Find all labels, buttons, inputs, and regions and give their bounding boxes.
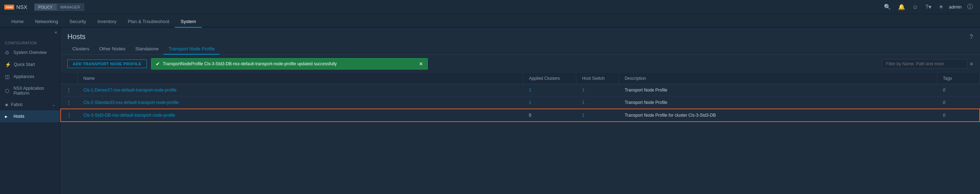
success-close-button[interactable]: ✕ [419, 61, 423, 67]
user-face-icon-btn[interactable]: ☺ [909, 3, 921, 12]
tabs-row: Clusters Other Nodes Standalone Transpor… [60, 44, 980, 55]
col-header-description[interactable]: Description [619, 73, 937, 84]
page-help-icon[interactable]: ? [970, 34, 973, 40]
table-row: ⋮ Cls-1-DenseX7-nsx-default-transport-no… [60, 84, 980, 97]
tab-transport-node-profile[interactable]: Transport Node Profile [164, 44, 220, 55]
nav-home[interactable]: Home [6, 16, 29, 28]
row2-name-link[interactable]: Cls-2-Standard3-nsx-default-transport-no… [83, 100, 179, 105]
sidebar-item-appliances-label: Appliances [13, 74, 34, 79]
fabric-chevron-icon: ⌄ [52, 103, 55, 107]
nsx-app-platform-icon: ⬡ [5, 88, 11, 94]
sidebar-item-hosts-label: Hosts [13, 114, 24, 119]
page-title: Hosts [67, 33, 86, 41]
table-row-highlighted: ⋮ Cls-3-Std3-DB-nsx-default-transport-no… [60, 109, 980, 122]
row2-applied-link[interactable]: 1 [529, 100, 531, 105]
nav-system[interactable]: System [175, 16, 202, 28]
row3-name-link[interactable]: Cls-3-Std3-DB-nsx-default-transport-node… [83, 113, 175, 118]
add-transport-node-profile-button[interactable]: ADD TRANSPORT NODE PROFILE [67, 60, 147, 68]
sidebar-item-system-overview-label: System Overview [13, 50, 46, 55]
sidebar-item-appliances[interactable]: ◫ Appliances [0, 71, 60, 83]
app-name-label: NSX [16, 4, 27, 10]
row2-name-cell: Cls-2-Standard3-nsx-default-transport-no… [78, 97, 523, 109]
row2-menu-cell: ⋮ [60, 97, 78, 109]
nav-security[interactable]: Security [64, 16, 92, 28]
topbar-icons: 🔍 🔔 ☺ ?▾ ☀ [881, 2, 946, 12]
nav-plan[interactable]: Plan & Troubleshoot [122, 16, 175, 28]
row1-dots-menu[interactable]: ⋮ [66, 87, 71, 93]
row1-menu-cell: ⋮ [60, 84, 78, 97]
success-banner: ✔ TransportNodeProfile Cls-3-Std3-DB-nsx… [151, 58, 428, 70]
main-nav: Home Networking Security Inventory Plan … [0, 14, 980, 28]
row1-name-cell: Cls-1-DenseX7-nsx-default-transport-node… [78, 84, 523, 97]
data-table: Name Applied Clusters Host Switch Descri… [60, 73, 980, 122]
fabric-icon: ◈ [5, 102, 8, 107]
filter-area: ≡ [882, 59, 973, 68]
layout: « Configuration ⊙ System Overview ⚡ Quic… [0, 28, 980, 194]
sidebar-item-quick-start-label: Quick Start [14, 62, 35, 67]
policy-button[interactable]: POLICY [34, 3, 56, 11]
help-icon-btn[interactable]: ?▾ [923, 2, 934, 12]
tab-standalone[interactable]: Standalone [130, 44, 164, 55]
success-message: TransportNodeProfile Cls-3-Std3-DB-nsx-d… [163, 61, 337, 66]
row2-tags: 0 [943, 100, 946, 105]
sidebar: « Configuration ⊙ System Overview ⚡ Quic… [0, 28, 60, 194]
logo: vmw NSX [4, 4, 27, 10]
tab-clusters[interactable]: Clusters [67, 44, 94, 55]
row3-name-cell: Cls-3-Std3-DB-nsx-default-transport-node… [78, 109, 523, 122]
filter-input[interactable] [882, 59, 967, 68]
row1-desc-cell: Transport Node Profile [619, 84, 937, 97]
success-check-icon: ✔ [156, 61, 160, 67]
sidebar-collapse-btn[interactable]: « [0, 28, 60, 37]
row1-applied-cell: 1 [523, 84, 576, 97]
tab-other-nodes[interactable]: Other Nodes [94, 44, 130, 55]
row3-applied-value: 0 [529, 113, 531, 118]
col-header-menu [60, 73, 78, 84]
sidebar-item-fabric[interactable]: ◈ Fabric ⌄ [0, 99, 60, 110]
row1-tags: 0 [943, 87, 946, 92]
policy-manager-toggle: POLICY MANAGER [34, 3, 84, 11]
row1-tags-cell: 0 [937, 84, 980, 97]
nav-inventory[interactable]: Inventory [92, 16, 122, 28]
sidebar-item-quick-start[interactable]: ⚡ Quick Start [0, 59, 60, 71]
vmware-icon: vmw [4, 5, 14, 10]
row3-host-cell: 1 [576, 109, 619, 122]
sidebar-item-fabric-label: Fabric [11, 102, 23, 107]
filter-options-icon[interactable]: ≡ [970, 61, 973, 67]
theme-icon-btn[interactable]: ☀ [935, 2, 946, 12]
col-header-host-switch[interactable]: Host Switch [576, 73, 619, 84]
manager-button[interactable]: MANAGER [56, 3, 84, 11]
row1-description: Transport Node Profile [625, 87, 667, 92]
row3-description: Transport Node Profile for cluster Cls-3… [625, 113, 716, 118]
sidebar-item-system-overview[interactable]: ⊙ System Overview [0, 46, 60, 59]
quick-start-icon: ⚡ [5, 62, 11, 67]
nav-networking[interactable]: Networking [29, 16, 64, 28]
system-overview-icon: ⊙ [5, 50, 11, 55]
row1-host-link[interactable]: 1 [582, 87, 584, 92]
col-header-name[interactable]: Name [78, 73, 523, 84]
row2-host-link[interactable]: 1 [582, 100, 584, 105]
row2-dots-menu[interactable]: ⋮ [66, 100, 71, 105]
appliances-icon: ◫ [5, 74, 11, 80]
sidebar-item-nsx-app-platform[interactable]: ⬡ NSX Application Platform [0, 83, 60, 99]
row3-host-link[interactable]: 1 [582, 113, 584, 118]
topbar: vmw NSX POLICY MANAGER 🔍 🔔 ☺ ?▾ ☀ admin … [0, 0, 980, 14]
row2-host-cell: 1 [576, 97, 619, 109]
notifications-icon-btn[interactable]: 🔔 [895, 2, 908, 12]
col-header-applied-clusters[interactable]: Applied Clusters [523, 73, 576, 84]
row2-description: Transport Node Profile [625, 100, 667, 105]
row2-applied-cell: 1 [523, 97, 576, 109]
row3-dots-menu[interactable]: ⋮ [67, 113, 72, 118]
row3-desc-cell: Transport Node Profile for cluster Cls-3… [619, 109, 937, 122]
row1-applied-link[interactable]: 1 [529, 87, 531, 92]
help-circle-icon-btn[interactable]: ⓘ [964, 2, 976, 12]
row2-tags-cell: 0 [937, 97, 980, 109]
sidebar-item-hosts[interactable]: ▸ Hosts [0, 110, 60, 122]
main-content: Hosts ? Clusters Other Nodes Standalone … [60, 28, 980, 194]
row1-name-link[interactable]: Cls-1-DenseX7-nsx-default-transport-node… [83, 87, 177, 92]
table-row: ⋮ Cls-2-Standard3-nsx-default-transport-… [60, 97, 980, 109]
col-header-tags[interactable]: Tags [937, 73, 980, 84]
hosts-icon: ▸ [5, 113, 11, 119]
search-icon-btn[interactable]: 🔍 [881, 2, 894, 12]
sidebar-item-nsx-app-platform-label: NSX Application Platform [13, 86, 55, 96]
row3-applied-cell: 0 [523, 109, 576, 122]
